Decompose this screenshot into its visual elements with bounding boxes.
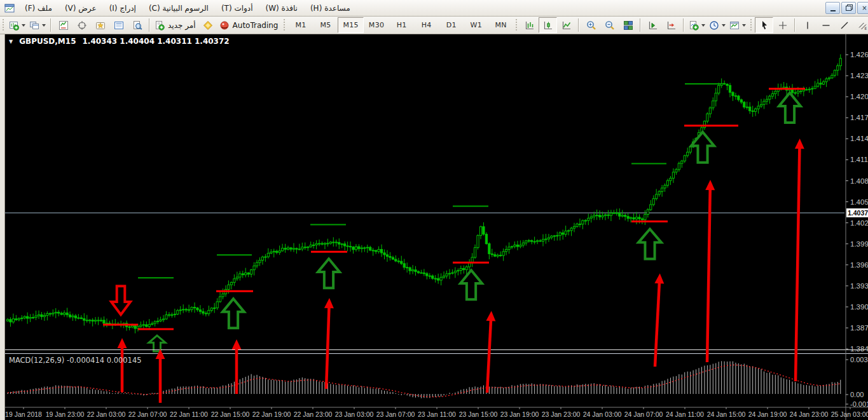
timeframe-m1[interactable]: M1	[288, 17, 313, 33]
toolbar-separator	[794, 18, 796, 32]
toolbar-drag-handle[interactable]	[283, 19, 286, 32]
menu-item-insert[interactable]: إدراج (I)	[103, 1, 142, 15]
strategy-tester-button[interactable]	[128, 17, 146, 33]
cursor-icon	[759, 20, 769, 30]
timeframe-m15[interactable]: M15	[338, 17, 363, 33]
timeframe-m30[interactable]: M30	[364, 17, 389, 33]
navigator-icon	[95, 20, 106, 30]
menu-bar: ملف (F)عرض (V)إدراج (I)الرسوم البيانية (…	[0, 0, 868, 17]
cursor-button[interactable]	[755, 17, 773, 33]
templates-button[interactable]	[727, 17, 748, 33]
dropdown-arrow-icon[interactable]	[742, 24, 746, 27]
line-chart-icon	[561, 20, 572, 30]
market-watch-button[interactable]	[54, 17, 72, 33]
panel-splitter[interactable]	[0, 349, 868, 350]
trendline-button[interactable]	[835, 17, 853, 33]
navigator-button[interactable]	[91, 17, 109, 33]
periods-button[interactable]	[707, 17, 727, 33]
svg-text:1.42630: 1.42630	[850, 51, 868, 58]
toolbar-separator	[683, 18, 684, 32]
channel-icon: E	[858, 20, 868, 30]
svg-text:1.39930: 1.39930	[850, 240, 868, 248]
close-button[interactable]: ×	[857, 2, 868, 14]
menu-items: ملف (F)عرض (V)إدراج (I)الرسوم البيانية (…	[18, 0, 357, 16]
zoom-in-icon	[586, 20, 596, 30]
chart-window-icon	[4, 3, 15, 13]
svg-text:1.40830: 1.40830	[850, 177, 868, 185]
periods-icon	[709, 20, 719, 30]
dropdown-arrow-icon[interactable]	[722, 24, 726, 27]
profiles-icon	[29, 20, 39, 30]
timeframe-h1[interactable]: H1	[389, 17, 414, 33]
vertical-line-button[interactable]	[798, 17, 816, 33]
panel-splitter-line	[0, 353, 868, 354]
toolbar-drag-handle[interactable]	[515, 19, 518, 32]
bid-price-tag: 1.40372	[846, 208, 868, 217]
toolbar-separator	[149, 18, 150, 32]
zoom-out-button[interactable]	[600, 17, 619, 33]
autotrading-button[interactable]: AutoTrading	[217, 17, 282, 33]
new-chart-button[interactable]	[7, 17, 27, 33]
svg-text:23 Jan 03:00: 23 Jan 03:00	[335, 410, 374, 418]
minimize-button[interactable]	[825, 2, 840, 14]
svg-text:19 Jan 2018: 19 Jan 2018	[5, 410, 42, 418]
toolbar-drag-handle[interactable]	[2, 19, 5, 32]
menu-item-file[interactable]: ملف (F)	[18, 1, 59, 15]
svg-text:22 Jan 15:00: 22 Jan 15:00	[211, 410, 250, 418]
timeframe-mn[interactable]: MN	[488, 17, 513, 33]
trendline-icon	[839, 20, 850, 30]
svg-text:1.39330: 1.39330	[850, 282, 868, 290]
dropdown-arrow-icon[interactable]	[22, 24, 25, 27]
new-order-icon	[155, 20, 165, 30]
chart-shift-button[interactable]	[662, 17, 680, 33]
chart-shift-icon	[666, 20, 677, 30]
horizontal-line-button[interactable]	[816, 17, 835, 33]
menu-item-view[interactable]: عرض (V)	[59, 1, 103, 15]
mt4-window: ملف (F)عرض (V)إدراج (I)الرسوم البيانية (…	[0, 0, 868, 420]
svg-text:24 Jan 23:00: 24 Jan 23:00	[790, 410, 829, 418]
svg-text:1.40372: 1.40372	[848, 209, 868, 217]
svg-text:E: E	[864, 25, 867, 30]
restore-button[interactable]	[841, 2, 856, 14]
data-window-button[interactable]	[72, 17, 91, 33]
metaeditor-button[interactable]	[199, 17, 217, 33]
menu-item-help[interactable]: مساعدة (H)	[304, 1, 357, 15]
tile-windows-button[interactable]	[619, 17, 637, 33]
timeframe-m5[interactable]: M5	[313, 17, 338, 33]
autotrading-button-label: AutoTrading	[231, 21, 280, 30]
autotrading-icon	[219, 20, 230, 30]
chart-canvas[interactable]: 1.426301.423301.420301.417301.414301.411…	[0, 34, 868, 420]
indicators-button[interactable]	[687, 17, 707, 33]
candles-chart-icon	[543, 20, 553, 30]
line-chart-button[interactable]	[557, 17, 575, 33]
dropdown-arrow-icon[interactable]	[701, 24, 705, 27]
new-order-button[interactable]: أمر جديد	[153, 17, 199, 33]
profiles-button[interactable]	[27, 17, 48, 33]
metaeditor-icon	[203, 20, 213, 30]
menu-item-window[interactable]: نافذة (W)	[259, 1, 304, 15]
menu-item-charts[interactable]: الرسوم البيانية (C)	[142, 1, 215, 15]
bar-chart-button[interactable]	[520, 17, 539, 33]
workspace-edge	[0, 34, 5, 420]
timeframe-d1[interactable]: D1	[439, 17, 464, 33]
svg-text:23 Jan 07:00: 23 Jan 07:00	[376, 410, 415, 418]
svg-text:22 Jan 19:00: 22 Jan 19:00	[252, 410, 291, 418]
timeframe-w1[interactable]: W1	[464, 17, 488, 33]
data-window-icon	[77, 20, 87, 30]
auto-scroll-button[interactable]	[644, 17, 662, 33]
toolbar-drag-handle[interactable]	[750, 19, 753, 32]
new-order-button-label: أمر جديد	[167, 21, 197, 30]
tester-icon	[132, 20, 142, 30]
svg-text:0.00: 0.00	[850, 391, 864, 398]
crosshair-button[interactable]	[773, 17, 792, 33]
menu-item-tools[interactable]: أدوات (T)	[215, 1, 259, 15]
toolbar: أمر جديدAutoTradingM1M5M15M30H1H4D1W1MNE…	[0, 17, 868, 34]
terminal-button[interactable]	[109, 17, 128, 33]
window-controls: ×	[825, 2, 868, 14]
dropdown-arrow-icon[interactable]	[42, 24, 46, 27]
zoom-in-button[interactable]	[582, 17, 600, 33]
svg-text:1.42330: 1.42330	[850, 72, 868, 79]
timeframe-h4[interactable]: H4	[414, 17, 439, 33]
candlestick-chart-button[interactable]	[539, 17, 557, 33]
channel-button[interactable]: E	[853, 17, 868, 33]
